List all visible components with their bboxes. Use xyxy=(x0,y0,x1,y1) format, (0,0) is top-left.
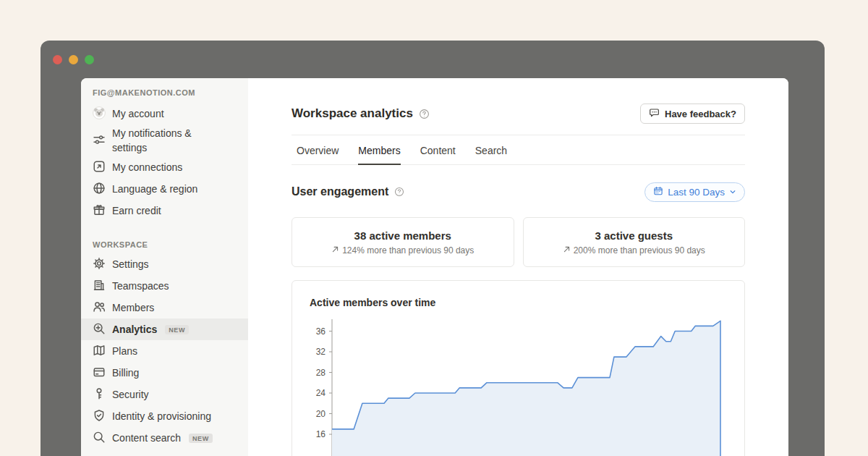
gift-icon xyxy=(93,203,106,219)
stat-value: 3 active guests xyxy=(595,229,673,242)
sidebar-item-label: Settings xyxy=(112,257,149,271)
sidebar-item-analytics[interactable]: Analytics NEW xyxy=(81,318,248,340)
sidebar-item-label: Billing xyxy=(112,366,139,380)
sidebar-item-label: Earn credit xyxy=(112,203,161,218)
speech-bubble-icon xyxy=(649,107,660,120)
key-icon xyxy=(93,387,106,402)
sliders-icon xyxy=(93,133,106,148)
sidebar-item-settings[interactable]: Settings xyxy=(81,253,248,275)
sidebar-item-billing[interactable]: Billing xyxy=(81,362,248,384)
svg-text:24: 24 xyxy=(316,388,326,398)
settings-panel: FIG@MAKENOTION.COM My account xyxy=(81,78,788,456)
tab-overview[interactable]: Overview xyxy=(297,145,339,165)
feedback-button-label: Have feedback? xyxy=(665,109,736,119)
window-titlebar xyxy=(41,41,825,78)
sidebar-item-plans[interactable]: Plans xyxy=(81,340,248,362)
tab-content[interactable]: Content xyxy=(420,145,456,165)
map-icon xyxy=(93,344,106,359)
sidebar-item-my-connections[interactable]: My connections xyxy=(81,156,248,178)
workspace-section-heading: WORKSPACE xyxy=(81,240,248,249)
stat-value: 38 active members xyxy=(354,229,451,242)
trend-up-icon xyxy=(563,245,571,256)
gear-icon xyxy=(93,257,106,272)
sidebar-item-my-account[interactable]: My account xyxy=(81,103,248,124)
magnifier-plus-icon xyxy=(93,322,106,337)
shield-check-icon xyxy=(93,409,106,424)
sidebar-item-members[interactable]: Members xyxy=(81,297,248,318)
tab-search[interactable]: Search xyxy=(475,145,507,165)
sidebar-item-label: My connections xyxy=(112,160,182,174)
svg-text:36: 36 xyxy=(316,326,326,337)
sidebar-item-label: Security xyxy=(112,387,149,402)
active-members-area-chart: 363228242016 xyxy=(292,311,744,456)
section-title: User engagement xyxy=(292,185,388,198)
page-title: Workspace analytics xyxy=(292,106,413,121)
arrow-up-right-box-icon xyxy=(93,160,106,175)
sidebar-item-identity-provisioning[interactable]: Identity & provisioning xyxy=(81,405,248,427)
close-window-button[interactable] xyxy=(53,55,62,64)
trend-up-icon xyxy=(331,245,339,256)
active-guests-stat-card: 3 active guests 200% more than previous … xyxy=(523,217,746,267)
zoom-window-button[interactable] xyxy=(85,55,94,64)
stat-delta-text: 200% more than previous 90 days xyxy=(574,245,705,256)
analytics-tabs: Overview Members Content Search xyxy=(292,135,745,165)
globe-icon xyxy=(93,182,106,197)
magnifier-icon xyxy=(93,431,106,446)
settings-sidebar: FIG@MAKENOTION.COM My account xyxy=(81,78,248,456)
account-email: FIG@MAKENOTION.COM xyxy=(81,87,248,103)
sidebar-item-security[interactable]: Security xyxy=(81,384,248,405)
svg-text:16: 16 xyxy=(316,429,326,439)
tab-members[interactable]: Members xyxy=(358,145,400,165)
svg-text:32: 32 xyxy=(316,347,326,357)
date-range-value: Last 90 Days xyxy=(668,187,725,198)
help-icon[interactable] xyxy=(394,187,404,197)
help-icon[interactable] xyxy=(419,109,430,119)
sidebar-item-earn-credit[interactable]: Earn credit xyxy=(81,200,248,221)
sidebar-item-label: Teamspaces xyxy=(112,279,169,293)
new-badge: NEW xyxy=(165,325,189,334)
active-members-chart-card: Active members over time 363228242016 xyxy=(292,280,745,456)
sidebar-item-notifications-settings[interactable]: My notifications & settings xyxy=(81,124,248,156)
sidebar-item-label: Analytics xyxy=(112,322,157,337)
account-avatar xyxy=(93,106,106,122)
credit-card-icon xyxy=(93,366,106,381)
sidebar-item-language-region[interactable]: Language & region xyxy=(81,178,248,200)
sidebar-item-label: Identity & provisioning xyxy=(112,409,211,423)
date-range-dropdown[interactable]: Last 90 Days xyxy=(644,182,745,202)
stat-delta-text: 124% more than previous 90 days xyxy=(342,245,474,256)
sidebar-item-label: My account xyxy=(112,106,164,121)
sidebar-item-label: My notifications & settings xyxy=(112,126,221,155)
people-icon xyxy=(93,300,106,316)
sidebar-item-teamspaces[interactable]: Teamspaces xyxy=(81,275,248,297)
sidebar-item-content-search[interactable]: Content search NEW xyxy=(81,427,248,449)
main-content: Workspace analytics xyxy=(248,78,788,456)
app-window: FIG@MAKENOTION.COM My account xyxy=(41,41,825,456)
chart-title: Active members over time xyxy=(310,297,744,309)
minimize-window-button[interactable] xyxy=(69,55,78,64)
have-feedback-button[interactable]: Have feedback? xyxy=(640,104,745,124)
sidebar-item-label: Members xyxy=(112,300,154,315)
svg-text:20: 20 xyxy=(316,409,326,419)
building-icon xyxy=(93,279,106,294)
calendar-icon xyxy=(653,186,663,198)
sidebar-item-label: Language & region xyxy=(112,182,197,196)
new-badge: NEW xyxy=(189,434,213,443)
chevron-down-icon xyxy=(729,187,736,198)
active-members-stat-card: 38 active members 124% more than previou… xyxy=(292,217,514,267)
svg-text:28: 28 xyxy=(316,368,326,378)
sidebar-item-label: Plans xyxy=(112,344,137,358)
sidebar-item-label: Content search xyxy=(112,431,181,445)
